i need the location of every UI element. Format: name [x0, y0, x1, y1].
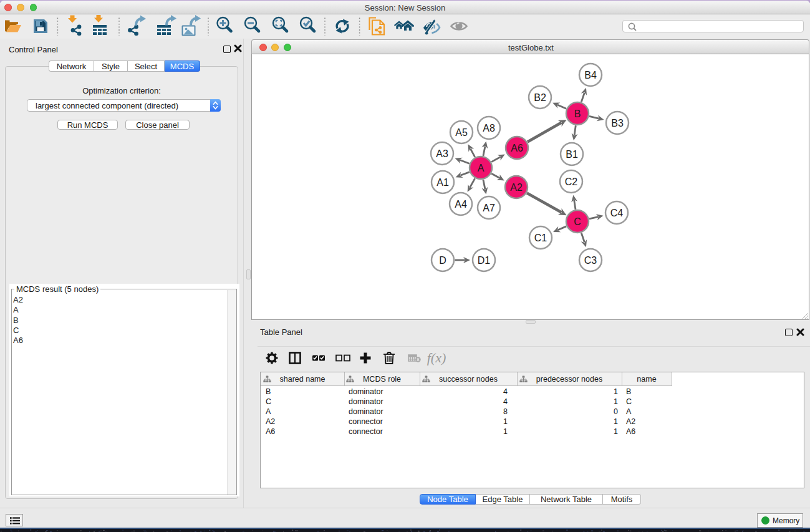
svg-text:B3: B3 [611, 118, 624, 128]
svg-text:B1: B1 [566, 149, 578, 160]
svg-text:B: B [574, 109, 581, 119]
svg-text:D: D [439, 255, 446, 266]
svg-text:C1: C1 [534, 233, 547, 243]
svg-text:A4: A4 [455, 199, 467, 210]
svg-text:C3: C3 [584, 255, 597, 266]
svg-text:A3: A3 [436, 148, 448, 159]
svg-text:f(x): f(x) [427, 350, 446, 365]
svg-text:C: C [574, 216, 581, 227]
svg-text:B2: B2 [534, 92, 546, 103]
svg-text:B4: B4 [584, 70, 597, 80]
svg-text:A6: A6 [511, 143, 523, 153]
svg-text:D1: D1 [478, 255, 491, 266]
svg-text:A: A [478, 163, 485, 173]
svg-text:C2: C2 [565, 177, 578, 187]
svg-text:A2: A2 [510, 182, 523, 193]
svg-text:A5: A5 [455, 127, 468, 138]
svg-text:A7: A7 [483, 203, 495, 213]
svg-text:A8: A8 [483, 123, 495, 133]
svg-text:A1: A1 [436, 177, 449, 188]
svg-text:C4: C4 [610, 208, 624, 218]
